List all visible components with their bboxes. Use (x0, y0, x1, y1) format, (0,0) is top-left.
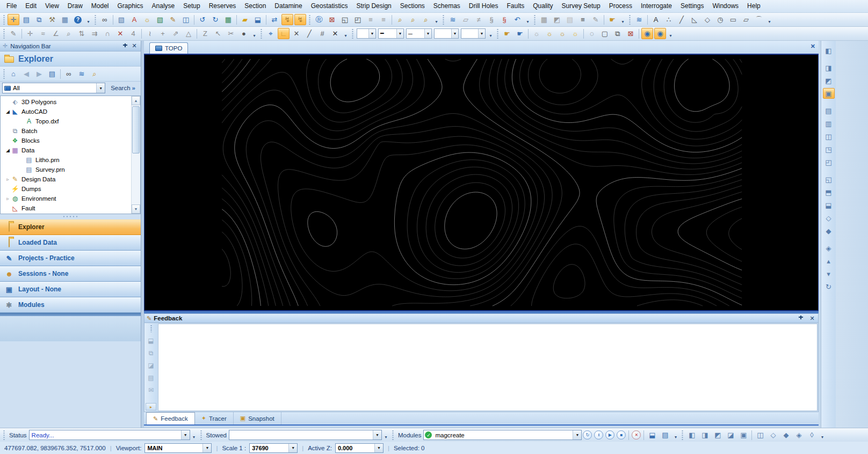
edit-string-icon[interactable]: ≈ (37, 28, 49, 39)
status-overflow-button[interactable]: ▾ (191, 430, 197, 441)
copy-style-icon[interactable]: ☛ (514, 28, 526, 39)
zoom-data-icon[interactable]: ◇ (823, 213, 835, 223)
point-style-picker[interactable]: ▼ (434, 28, 459, 39)
tree-item-litho-prn[interactable]: ▤Litho.prn (1, 155, 140, 165)
export-image-icon[interactable]: ▧ (115, 14, 127, 25)
drape-string-icon[interactable]: △ (183, 28, 194, 39)
format-layers-icon[interactable]: ≋ (633, 14, 645, 25)
scroll-down-icon[interactable]: ▼ (132, 204, 140, 214)
angle-tool-icon[interactable]: ∠ (50, 28, 62, 39)
preview-icon[interactable]: ∞ (63, 68, 75, 79)
tree-item-graphical-data[interactable]: ⧉Graphical Data (1, 213, 140, 214)
renumber-icon[interactable]: 4 (127, 28, 139, 39)
scale-combo[interactable]: 37690 ▼ (249, 443, 298, 453)
output-window-icon[interactable]: ▤ (20, 14, 32, 25)
view-cube-5-icon[interactable]: ▣ (737, 429, 749, 441)
zoom-previous-icon[interactable]: ◰ (352, 14, 364, 25)
modules-dropdown-arrow-icon[interactable]: ▼ (573, 430, 581, 440)
polygon-tool-icon[interactable]: ◇ (701, 14, 713, 25)
visex-window-icon[interactable]: ◫ (823, 131, 835, 142)
panel-splitter[interactable] (0, 214, 141, 219)
logs-window-icon[interactable]: ▥ (823, 118, 835, 129)
redraw-icon[interactable]: Ⓡ (313, 14, 325, 25)
search-button[interactable]: Search » (107, 83, 139, 93)
point-tool-icon[interactable]: ∴ (663, 14, 675, 25)
tree-item-survey-prn[interactable]: ▤Survey.prn (1, 165, 140, 174)
tree-scrollbar[interactable]: ▲ ▼ (131, 96, 140, 214)
filter-combo[interactable]: All ▼ (2, 83, 105, 93)
scale-dropdown-arrow-icon[interactable]: ▼ (288, 444, 297, 452)
undo-icon[interactable]: ↶ (511, 14, 523, 25)
polyline-tool-icon[interactable]: ◺ (689, 14, 700, 25)
edit-node-icon[interactable]: ✛ (24, 28, 36, 39)
tree-item-blocks[interactable]: ❖Blocks (1, 136, 140, 145)
active-z-dropdown-arrow-icon[interactable]: ▼ (374, 444, 383, 452)
refresh-rail-icon[interactable]: ↻ (823, 281, 835, 292)
scroll-up-icon[interactable]: ▲ (132, 96, 140, 105)
scrollbar-track[interactable] (132, 105, 140, 204)
forward-icon[interactable]: ▶ (33, 68, 45, 79)
arc-tool-icon[interactable]: ⌒ (753, 14, 765, 25)
annotate-icon[interactable]: A (128, 14, 140, 25)
tab-topo[interactable]: TOPO (149, 42, 188, 54)
menu-datamine[interactable]: Datamine (270, 0, 306, 12)
clear-log-icon[interactable]: ◪ (148, 362, 154, 369)
display-icon[interactable]: ≋ (76, 68, 88, 79)
tab-snapshot[interactable]: ▣Snapshot (234, 412, 281, 424)
tree-expand-icon[interactable]: ▹ (5, 196, 11, 201)
three-d-view-icon[interactable]: ◱ (823, 174, 835, 185)
view-gem-3-icon[interactable]: ◈ (793, 429, 805, 441)
addins-icon[interactable]: ▦ (59, 14, 71, 25)
next-section-icon[interactable]: ◈ (823, 243, 835, 253)
text-tool-icon[interactable]: A (650, 14, 662, 25)
stowed-overflow-button[interactable]: ▾ (383, 430, 389, 441)
toolbar-overflow-button[interactable]: ▾ (525, 14, 531, 25)
sidebar-panel-sessions-none[interactable]: ☻Sessions - None (0, 266, 141, 282)
help-icon[interactable]: ? (72, 14, 84, 25)
fill-mode-icon[interactable]: ◩ (551, 14, 563, 25)
project-settings-icon[interactable]: ✛ (8, 14, 19, 25)
menu-drill-holes[interactable]: Drill Holes (465, 0, 503, 12)
zoom-out-icon[interactable]: ⌕ (420, 14, 432, 25)
snap-nearest-icon[interactable]: ⌖ (265, 28, 277, 39)
rectangle-tool-icon[interactable]: ▭ (727, 14, 739, 25)
tree-item-environment[interactable]: ▹◍Environment (1, 194, 140, 203)
views-icon[interactable]: ▤ (46, 68, 58, 79)
section-view-icon[interactable]: ◳ (823, 144, 835, 155)
status-dropdown-arrow-icon[interactable]: ▼ (181, 430, 190, 440)
snap-none-icon[interactable]: ✕ (329, 28, 341, 39)
menu-schemas[interactable]: Schemas (429, 0, 465, 12)
view-mode-icon[interactable]: ∞ (99, 14, 111, 25)
view-cube-1-icon[interactable]: ◧ (686, 429, 698, 441)
menu-graphics[interactable]: Graphics (113, 0, 148, 12)
tree-expand-icon[interactable]: ◢ (5, 109, 11, 114)
tree-item-design-data[interactable]: ▹✎Design Data (1, 174, 140, 184)
cascade-windows-icon[interactable]: ⧉ (33, 14, 45, 25)
auto-update-locked-icon[interactable]: ↯ (294, 14, 306, 25)
tile-windows-icon[interactable]: ◨ (823, 62, 835, 73)
circle-tool-icon[interactable]: ◷ (714, 14, 726, 25)
menu-geostatistics[interactable]: Geostatistics (307, 0, 352, 12)
menu-settings[interactable]: Settings (676, 0, 708, 12)
tab-tracer[interactable]: ✦Tracer (195, 412, 234, 424)
sidebar-panel-explorer[interactable]: Explorer (0, 219, 141, 235)
collapse-strip-button[interactable]: ▸ (146, 403, 156, 411)
menu-survey-setup[interactable]: Survey Setup (558, 0, 605, 12)
view-cube-2-icon[interactable]: ◨ (699, 429, 711, 441)
clear-selection-icon[interactable]: ⊠ (625, 28, 636, 39)
modules-combo[interactable]: ✓ magcreate ▼ (423, 430, 582, 440)
refresh-views-icon[interactable]: ⇄ (269, 14, 280, 25)
toolbar-overflow-button[interactable]: ▾ (343, 28, 349, 39)
rotate-view-icon[interactable]: ↺ (197, 14, 208, 25)
highlight-off-icon[interactable]: ☼ (531, 28, 542, 39)
symbol-picker[interactable]: ▼ (461, 28, 486, 39)
tree-item-topo-dxf[interactable]: ATopo.dxf (1, 116, 140, 126)
toolbar-overflow-button[interactable]: ▾ (766, 14, 772, 25)
align-points-icon[interactable]: ⇉ (89, 28, 100, 39)
toolbar-overflow-button[interactable]: ▾ (488, 28, 494, 39)
run-process-icon[interactable]: ↻ (583, 430, 592, 440)
filter-dropdown-arrow-icon[interactable]: ▼ (96, 83, 105, 93)
detach-icon[interactable]: § (498, 14, 510, 25)
toolbar-overflow-button[interactable]: ▾ (251, 28, 257, 39)
extend-string-icon[interactable]: ≀ (144, 28, 156, 39)
